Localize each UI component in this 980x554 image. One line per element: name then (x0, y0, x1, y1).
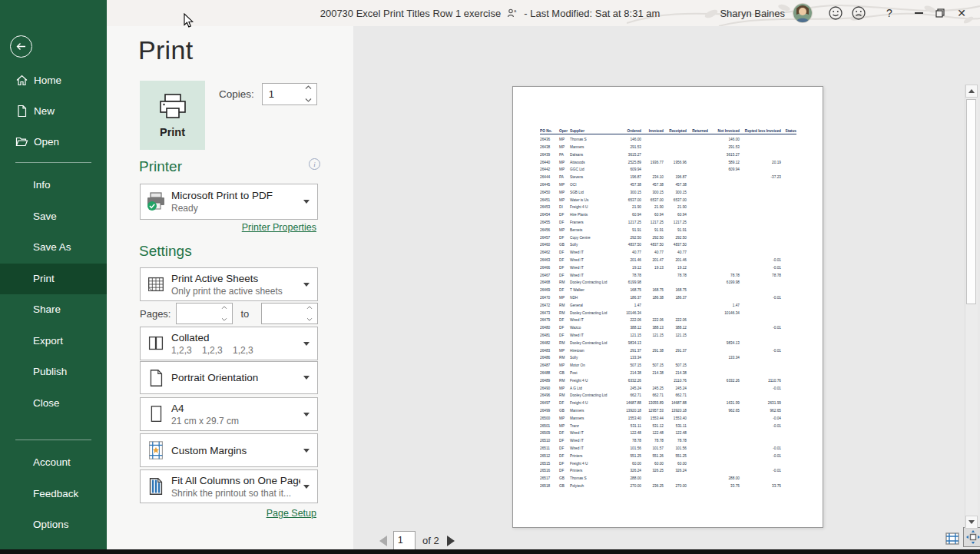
dropdown-title: A4 (171, 403, 300, 414)
send-frown-button[interactable] (848, 2, 869, 25)
column-header: Status (781, 129, 796, 134)
sidebar-item-new[interactable]: New (0, 95, 107, 126)
account-user-name[interactable]: Sharyn Baines (720, 8, 785, 19)
minimize-button[interactable] (908, 2, 929, 25)
pages-label: Pages: (140, 308, 171, 320)
table-cell: GB (559, 241, 570, 249)
column-header: Ordered (620, 129, 641, 134)
table-cell (781, 188, 796, 196)
table-cell: 146.00 (708, 136, 740, 144)
page-setup-link[interactable]: Page Setup (140, 508, 316, 519)
spinner-down-icon[interactable] (305, 98, 312, 102)
table-cell: 26480 (540, 323, 559, 331)
paper-size-select[interactable]: A4 21 cm x 29.7 cm (140, 397, 318, 431)
table-cell: Post (570, 369, 620, 377)
help-button[interactable]: ? (879, 2, 900, 25)
table-cell (687, 256, 708, 264)
portrait-orientation-icon (145, 367, 167, 389)
new-document-icon (15, 104, 28, 118)
table-cell: MP (559, 136, 570, 144)
sidebar-item-save[interactable]: Save (0, 201, 107, 233)
scaling-select[interactable]: Fit All Columns on One Page Shrink the p… (140, 469, 318, 503)
copies-input[interactable] (267, 85, 304, 104)
next-page-icon[interactable] (447, 536, 455, 546)
sidebar-item-share[interactable]: Share (0, 294, 107, 326)
sidebar-item-export[interactable]: Export (0, 326, 107, 357)
spinner-down-icon[interactable] (306, 317, 313, 321)
sidebar-item-save-as[interactable]: Save As (0, 232, 107, 264)
print-button[interactable]: Print (140, 81, 205, 150)
avatar[interactable] (793, 3, 813, 23)
orientation-select[interactable]: Portrait Orientation (140, 361, 318, 394)
table-cell: Wired IT (570, 271, 620, 279)
table-cell (781, 422, 796, 430)
sidebar-item-open[interactable]: Open (0, 126, 107, 157)
send-smile-button[interactable] (825, 2, 846, 25)
preview-scrollbar[interactable] (965, 85, 978, 529)
pages-to-input[interactable] (266, 304, 306, 323)
spinner-down-icon[interactable] (221, 317, 227, 321)
info-icon[interactable]: i (309, 158, 320, 170)
sidebar-item-feedback[interactable]: Feedback (0, 479, 107, 510)
table-cell: 6332.26 (708, 377, 740, 384)
sidebar-item-options[interactable]: Options (0, 509, 107, 541)
table-cell: 168.75 (620, 286, 641, 294)
print-button-label: Print (160, 126, 185, 138)
margins-select[interactable]: Custom Margins (140, 433, 318, 467)
table-cell: 214.38 (664, 369, 687, 377)
current-page-input[interactable] (394, 532, 416, 548)
table-cell (740, 218, 781, 226)
printer-select[interactable]: Microsoft Print to PDF Ready (140, 184, 318, 220)
pages-from-input[interactable] (180, 304, 220, 323)
spinner-up-icon[interactable] (305, 85, 312, 90)
table-cell: -37.23 (740, 173, 781, 181)
table-cell: 168.75 (664, 286, 687, 294)
table-cell (687, 459, 708, 467)
print-what-select[interactable]: Print Active Sheets Only print the activ… (140, 267, 318, 301)
spinner-up-icon[interactable] (306, 306, 313, 310)
table-cell: NDH (570, 294, 620, 301)
table-cell (687, 436, 708, 444)
table-cell: Printers (570, 467, 620, 475)
table-cell (781, 226, 796, 234)
table-cell (687, 173, 708, 181)
spinner-up-icon[interactable] (221, 306, 227, 310)
sidebar-item-info[interactable]: Info (0, 170, 107, 201)
table-row: 26467DFWired IT78.7878.7878.7878.78 (540, 271, 796, 279)
print-settings-pane: Print Print Copies: Printer i (107, 26, 354, 550)
titlebar: 200730 Excel Print Titles Row 1 exercise… (0, 0, 980, 26)
table-cell: 21.90 (641, 204, 664, 211)
table-cell: 388.13 (641, 323, 664, 331)
sidebar-item-close[interactable]: Close (0, 388, 107, 420)
chevron-down-icon (303, 342, 310, 346)
table-cell: 1553.44 (641, 414, 664, 422)
table-cell (740, 301, 781, 309)
previous-page-icon[interactable] (379, 536, 387, 546)
table-cell: 26518 (540, 482, 559, 489)
table-cell: 2631.99 (740, 399, 781, 406)
table-cell: 186.37 (664, 294, 687, 301)
back-button[interactable] (10, 35, 32, 58)
printer-properties-link[interactable]: Printer Properties (140, 222, 316, 233)
collation-select[interactable]: Collated 1,2,3 1,2,3 1,2,3 (140, 327, 318, 360)
sidebar-item-publish[interactable]: Publish (0, 357, 107, 388)
scrollbar-thumb[interactable] (966, 99, 976, 304)
table-cell: 26483 (540, 347, 559, 354)
scroll-up-button[interactable] (965, 85, 978, 98)
table-cell (687, 218, 708, 226)
table-cell: 26516 (540, 467, 559, 475)
scroll-down-button[interactable] (965, 516, 978, 529)
table-cell: Dalsans (570, 151, 620, 158)
table-cell: -0.04 (740, 414, 781, 422)
table-cell (781, 369, 796, 377)
sidebar-item-print[interactable]: Print (0, 264, 107, 295)
show-margins-button[interactable] (944, 530, 961, 547)
restore-button[interactable] (929, 2, 951, 25)
table-cell: 21.90 (664, 204, 687, 211)
zoom-to-page-button[interactable] (963, 527, 980, 547)
table-row: 26483MPHiretown291.37291.38291.37-0.01 (540, 347, 796, 354)
sidebar-item-home[interactable]: Home (0, 65, 107, 95)
sidebar-item-account[interactable]: Account (0, 447, 107, 479)
close-button[interactable]: ✕ (951, 2, 972, 25)
pages-from-stepper (176, 303, 233, 324)
